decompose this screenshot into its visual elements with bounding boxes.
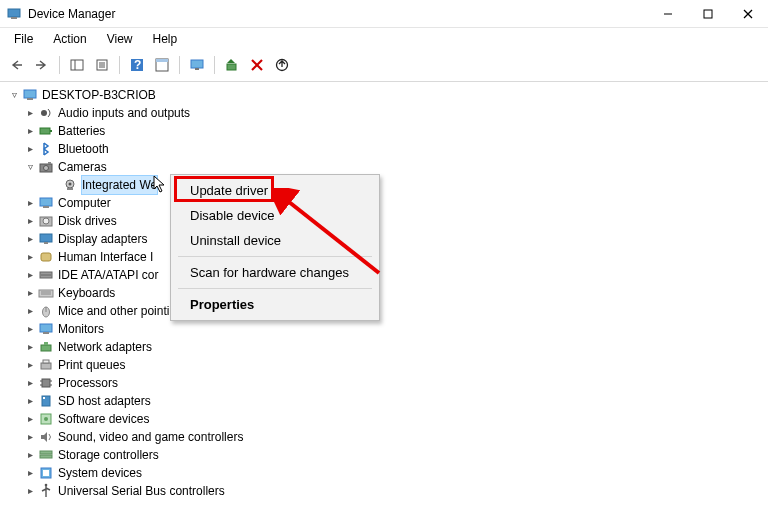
close-button[interactable] <box>728 0 768 28</box>
tree-category[interactable]: ▸Storage controllers <box>2 446 766 464</box>
tree-category[interactable]: ▸Universal Serial Bus controllers <box>2 482 766 500</box>
chevron-down-icon[interactable]: ▿ <box>24 158 36 176</box>
chevron-right-icon[interactable]: ▸ <box>24 338 36 356</box>
chevron-right-icon[interactable]: ▸ <box>24 140 36 158</box>
minimize-button[interactable] <box>648 0 688 28</box>
chevron-right-icon[interactable]: ▸ <box>24 374 36 392</box>
chevron-right-icon[interactable]: ▸ <box>24 464 36 482</box>
menu-update-driver[interactable]: Update driver <box>174 178 376 203</box>
tree-category[interactable]: ▸Mice and other pointing devices <box>2 302 766 320</box>
update-driver-toolbar-button[interactable] <box>271 54 293 76</box>
svg-rect-29 <box>48 162 51 164</box>
tree-category[interactable]: ▸Human Interface I <box>2 248 766 266</box>
tree-category[interactable]: ▿Cameras <box>2 158 766 176</box>
tree-item-label: Bluetooth <box>58 140 109 158</box>
chevron-right-icon[interactable]: ▸ <box>24 428 36 446</box>
svg-rect-3 <box>704 10 712 18</box>
sound-icon <box>38 429 54 445</box>
svg-rect-22 <box>24 90 36 98</box>
menu-help[interactable]: Help <box>145 30 186 48</box>
svg-rect-59 <box>43 397 45 399</box>
tree-root-label: DESKTOP-B3CRIOB <box>42 86 156 104</box>
help-toolbar-button[interactable]: ? <box>126 54 148 76</box>
chevron-right-icon[interactable]: ▸ <box>24 482 36 500</box>
tree-item-label: Monitors <box>58 320 104 338</box>
chevron-right-icon[interactable]: ▸ <box>24 266 36 284</box>
maximize-button[interactable] <box>688 0 728 28</box>
chevron-right-icon[interactable]: ▸ <box>24 392 36 410</box>
device-tree[interactable]: ▿ DESKTOP-B3CRIOB ▸Audio inputs and outp… <box>0 82 768 504</box>
svg-rect-50 <box>44 342 48 345</box>
svg-rect-62 <box>40 451 52 454</box>
back-button[interactable] <box>6 54 28 76</box>
svg-rect-0 <box>8 9 20 17</box>
tree-category[interactable]: ▸Audio inputs and outputs <box>2 104 766 122</box>
menu-file[interactable]: File <box>6 30 41 48</box>
svg-point-24 <box>41 110 47 116</box>
forward-button[interactable] <box>31 54 53 76</box>
tree-category[interactable]: ▸Monitors <box>2 320 766 338</box>
svg-rect-18 <box>227 64 236 70</box>
svg-point-28 <box>44 166 49 171</box>
chevron-right-icon[interactable]: ▸ <box>24 410 36 428</box>
tree-category[interactable]: ▸Keyboards <box>2 284 766 302</box>
soft-icon <box>38 411 54 427</box>
chevron-right-icon[interactable]: ▸ <box>24 320 36 338</box>
show-hide-console-button[interactable] <box>66 54 88 76</box>
chevron-right-icon[interactable]: ▸ <box>24 122 36 140</box>
menu-action[interactable]: Action <box>45 30 94 48</box>
svg-rect-47 <box>40 324 52 332</box>
computer-icon <box>22 87 38 103</box>
camera-icon <box>38 159 54 175</box>
tree-category[interactable]: ▸Sound, video and game controllers <box>2 428 766 446</box>
menu-separator <box>178 288 372 289</box>
usb-icon <box>38 483 54 499</box>
cpu-icon <box>38 375 54 391</box>
chevron-right-icon[interactable]: ▸ <box>24 230 36 248</box>
chevron-right-icon[interactable]: ▸ <box>24 194 36 212</box>
chevron-right-icon[interactable]: ▸ <box>24 356 36 374</box>
svg-rect-26 <box>50 130 52 132</box>
tree-item-label: Computer <box>58 194 111 212</box>
tree-item-label: Processors <box>58 374 118 392</box>
tree-category[interactable]: ▸Software devices <box>2 410 766 428</box>
properties-toolbar-button[interactable] <box>91 54 113 76</box>
chevron-right-icon[interactable]: ▸ <box>24 212 36 230</box>
menu-uninstall-device[interactable]: Uninstall device <box>174 228 376 253</box>
scan-hardware-button[interactable] <box>221 54 243 76</box>
chevron-down-icon[interactable]: ▿ <box>8 86 20 104</box>
window-title: Device Manager <box>28 7 648 21</box>
svg-rect-1 <box>11 17 17 19</box>
uninstall-toolbar-button[interactable] <box>246 54 268 76</box>
tree-category[interactable]: ▸Network adapters <box>2 338 766 356</box>
chevron-right-icon[interactable]: ▸ <box>24 302 36 320</box>
tree-category[interactable]: ▸Computer <box>2 194 766 212</box>
menu-scan-hardware[interactable]: Scan for hardware changes <box>174 260 376 285</box>
chevron-right-icon[interactable]: ▸ <box>24 284 36 302</box>
tree-item-label: Universal Serial Bus controllers <box>58 482 225 500</box>
chevron-right-icon[interactable]: ▸ <box>24 446 36 464</box>
menu-properties[interactable]: Properties <box>174 292 376 317</box>
tree-category[interactable]: ▸Disk drives <box>2 212 766 230</box>
svg-rect-33 <box>40 198 52 206</box>
chevron-right-icon[interactable]: ▸ <box>24 104 36 122</box>
monitor-toolbar-button[interactable] <box>186 54 208 76</box>
tree-root[interactable]: ▿ DESKTOP-B3CRIOB <box>2 86 766 104</box>
svg-rect-25 <box>40 128 50 134</box>
tree-category[interactable]: ▸System devices <box>2 464 766 482</box>
tree-category[interactable]: ▸Processors <box>2 374 766 392</box>
bluetooth-icon <box>38 141 54 157</box>
tree-category[interactable]: ▸SD host adapters <box>2 392 766 410</box>
tree-category[interactable]: ▸IDE ATA/ATAPI cor <box>2 266 766 284</box>
tree-child-item[interactable]: Integrated We <box>2 176 766 194</box>
menu-disable-device[interactable]: Disable device <box>174 203 376 228</box>
svg-rect-32 <box>67 188 73 190</box>
menu-view[interactable]: View <box>99 30 141 48</box>
toolbar: ? <box>0 52 768 82</box>
help-topics-button[interactable] <box>151 54 173 76</box>
chevron-right-icon[interactable]: ▸ <box>24 248 36 266</box>
tree-category[interactable]: ▸Batteries <box>2 122 766 140</box>
tree-category[interactable]: ▸Bluetooth <box>2 140 766 158</box>
tree-category[interactable]: ▸Display adapters <box>2 230 766 248</box>
tree-category[interactable]: ▸Print queues <box>2 356 766 374</box>
